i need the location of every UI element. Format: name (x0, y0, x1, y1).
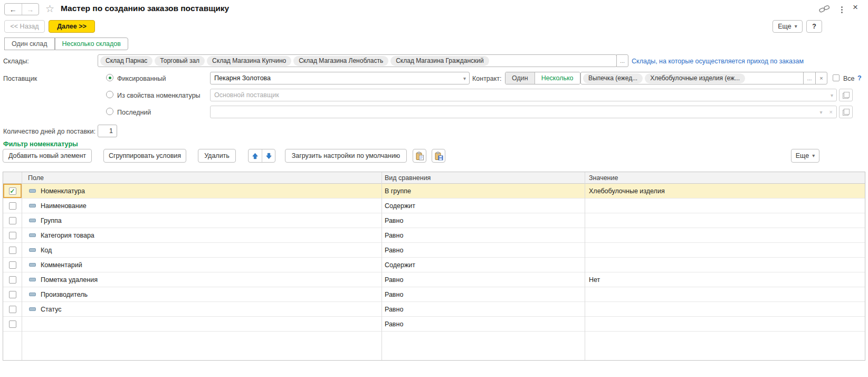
comparison-cell[interactable]: Равно (381, 317, 585, 331)
field-cell[interactable]: Категория товара (22, 228, 381, 242)
contract-help-icon[interactable]: ? (857, 74, 862, 82)
comparison-cell[interactable]: Содержит (381, 199, 585, 213)
radio-last[interactable] (106, 108, 113, 115)
delete-button[interactable]: Удалить (198, 149, 236, 163)
field-cell[interactable]: Производитель (22, 287, 381, 301)
table-row[interactable]: ✓ Производитель Равно (3, 287, 865, 302)
row-checkbox[interactable]: ✓ (9, 187, 16, 195)
field-cell[interactable] (22, 317, 381, 331)
comparison-cell[interactable]: В группе (381, 184, 585, 198)
value-cell[interactable]: Хлебобулочные изделия (585, 184, 865, 198)
row-checkbox[interactable]: ✓ (9, 232, 16, 239)
value-cell[interactable] (585, 213, 865, 228)
row-checkbox-cell[interactable]: ✓ (3, 272, 22, 287)
row-checkbox-cell[interactable]: ✓ (3, 317, 22, 331)
paste-settings-button[interactable] (413, 149, 426, 163)
add-element-button[interactable]: Добавить новый элемент (3, 149, 92, 163)
value-cell[interactable] (585, 228, 865, 242)
value-cell[interactable] (585, 287, 865, 301)
next-button[interactable]: Далее >> (49, 20, 95, 33)
value-cell[interactable] (585, 258, 865, 272)
radio-from-property[interactable] (106, 91, 113, 98)
back-arrow-icon[interactable]: ← (5, 4, 22, 15)
favorite-star-icon[interactable]: ☆ (45, 3, 54, 15)
row-checkbox-cell[interactable]: ✓ (3, 228, 22, 242)
warehouses-select-button[interactable]: ... (616, 54, 628, 67)
warehouses-field[interactable]: Склад ПарнасТорговый залСклад Магазина К… (98, 54, 617, 67)
supplier-property-input[interactable]: Основной поставщик ▾ (210, 89, 837, 101)
field-cell[interactable]: Код (22, 243, 381, 257)
row-checkbox-cell[interactable]: ✓ (3, 199, 22, 213)
value-cell[interactable]: Нет (585, 272, 865, 287)
table-row[interactable]: ✓ Категория товара Равно (3, 228, 865, 243)
row-checkbox[interactable]: ✓ (9, 321, 16, 328)
menu-dots-icon[interactable] (841, 5, 843, 14)
row-checkbox-cell[interactable]: ✓ (3, 213, 22, 228)
field-cell[interactable]: Номенклатура (22, 184, 381, 198)
row-checkbox[interactable]: ✓ (9, 291, 16, 298)
header-comparison[interactable]: Вид сравнения (381, 174, 585, 182)
all-contracts-checkbox[interactable] (833, 74, 840, 81)
supplier-fixed-input[interactable]: Пекарня Золотова ▾ (210, 72, 470, 84)
table-row[interactable]: ✓ Статус Равно (3, 302, 865, 317)
table-row[interactable]: ✓ Равно (3, 317, 865, 332)
comparison-cell[interactable]: Равно (381, 272, 585, 287)
row-checkbox[interactable]: ✓ (9, 217, 16, 224)
comparison-cell[interactable]: Равно (381, 213, 585, 228)
row-checkbox[interactable]: ✓ (9, 306, 16, 313)
contract-mode-option[interactable]: Несколько (535, 72, 580, 84)
table-row[interactable]: ✓ Наименование Содержит (3, 199, 865, 213)
row-checkbox-cell[interactable]: ✓ (3, 184, 22, 198)
value-cell[interactable] (585, 199, 865, 213)
row-checkbox[interactable]: ✓ (9, 202, 16, 210)
more-button[interactable]: Еще ▾ (772, 20, 803, 33)
close-icon[interactable]: × (853, 2, 858, 13)
row-checkbox[interactable]: ✓ (9, 276, 16, 284)
field-cell[interactable]: Группа (22, 213, 381, 228)
value-cell[interactable] (585, 243, 865, 257)
save-settings-button[interactable] (432, 149, 445, 163)
radio-fixed[interactable] (106, 74, 113, 81)
supplier-last-open-button[interactable] (839, 106, 853, 118)
header-value[interactable]: Значение (585, 174, 865, 182)
group-conditions-button[interactable]: Сгруппировать условия (103, 149, 186, 163)
field-cell[interactable]: Комментарий (22, 258, 381, 272)
table-row[interactable]: ✓ Комментарий Содержит (3, 258, 865, 272)
row-checkbox-cell[interactable]: ✓ (3, 258, 22, 272)
row-checkbox[interactable]: ✓ (9, 247, 16, 254)
comparison-cell[interactable]: Равно (381, 287, 585, 301)
link-icon[interactable] (819, 5, 831, 13)
row-checkbox[interactable]: ✓ (9, 261, 16, 269)
field-cell[interactable]: Наименование (22, 199, 381, 213)
supplier-last-input[interactable]: ▾ × (210, 106, 837, 118)
warehouse-mode-tab[interactable]: Один склад (4, 37, 55, 50)
supplier-property-open-button[interactable] (839, 89, 853, 101)
table-row[interactable]: ✓ Группа Равно (3, 213, 865, 228)
move-up-button[interactable] (249, 149, 262, 162)
contract-mode-option[interactable]: Один (505, 72, 535, 84)
forward-arrow-icon[interactable]: → (22, 4, 39, 15)
comparison-cell[interactable]: Равно (381, 243, 585, 257)
warehouses-link[interactable]: Склады, на которые осуществляется приход… (632, 58, 804, 65)
filter-more-button[interactable]: Еще ▾ (791, 149, 819, 163)
back-button[interactable]: << Назад (4, 20, 45, 33)
load-defaults-button[interactable]: Загрузить настройки по умолчанию (285, 149, 407, 163)
contract-field[interactable]: Выпечка (ежед...Хлебобулочные изделия (е… (580, 72, 804, 84)
value-cell[interactable] (585, 302, 865, 316)
table-row[interactable]: ✓ Код Равно (3, 243, 865, 258)
comparison-cell[interactable]: Равно (381, 302, 585, 316)
field-cell[interactable]: Пометка удаления (22, 272, 381, 287)
row-checkbox-cell[interactable]: ✓ (3, 243, 22, 257)
move-down-button[interactable] (262, 149, 275, 162)
caret-down-icon[interactable]: ▾ (460, 76, 469, 81)
row-checkbox-cell[interactable]: ✓ (3, 287, 22, 301)
contract-select-button[interactable]: ... (803, 72, 816, 84)
help-button[interactable]: ? (806, 20, 822, 33)
contract-clear-button[interactable]: × (815, 72, 827, 84)
field-cell[interactable]: Статус (22, 302, 381, 316)
value-cell[interactable] (585, 317, 865, 331)
days-to-delivery-input[interactable]: 1 (98, 125, 117, 137)
header-field[interactable]: Поле (22, 174, 381, 182)
table-row[interactable]: ✓ Пометка удаления Равно Нет (3, 272, 865, 287)
row-checkbox-cell[interactable]: ✓ (3, 302, 22, 316)
